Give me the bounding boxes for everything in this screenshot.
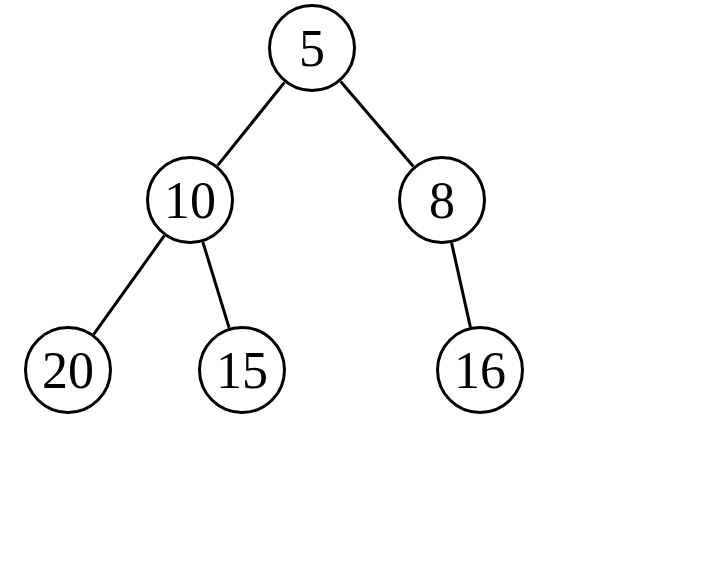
tree-edges — [0, 0, 709, 564]
node-value: 5 — [299, 19, 325, 78]
edge-root-n8 — [341, 81, 414, 166]
tree-node-n10: 10 — [146, 156, 234, 244]
edge-n10-n20 — [94, 236, 165, 335]
tree-node-n16: 16 — [436, 326, 524, 414]
tree-node-root: 5 — [268, 4, 356, 92]
edge-root-n10 — [218, 82, 285, 165]
node-value: 20 — [42, 341, 94, 400]
edge-n10-n15 — [203, 242, 229, 328]
tree-node-n20: 20 — [24, 326, 112, 414]
node-value: 16 — [454, 341, 506, 400]
edge-n8-n16 — [452, 243, 471, 327]
node-value: 15 — [216, 341, 268, 400]
node-value: 10 — [164, 171, 216, 230]
node-value: 8 — [429, 171, 455, 230]
tree-node-n15: 15 — [198, 326, 286, 414]
tree-node-n8: 8 — [398, 156, 486, 244]
